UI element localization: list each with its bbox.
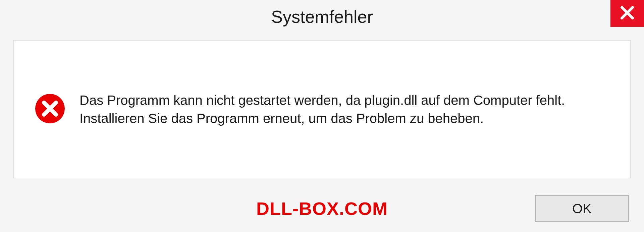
ok-button[interactable]: OK bbox=[535, 195, 629, 222]
error-icon bbox=[34, 93, 66, 126]
content-area: Das Programm kann nicht gestartet werden… bbox=[13, 40, 631, 178]
close-icon bbox=[619, 5, 635, 22]
close-button[interactable] bbox=[610, 0, 644, 27]
watermark-text: DLL-BOX.COM bbox=[256, 198, 388, 219]
error-dialog: Systemfehler Das Programm kann nicht ges… bbox=[0, 0, 644, 232]
dialog-title: Systemfehler bbox=[271, 7, 373, 27]
titlebar: Systemfehler bbox=[0, 0, 644, 34]
error-message: Das Programm kann nicht gestartet werden… bbox=[79, 91, 610, 127]
dialog-footer: DLL-BOX.COM OK bbox=[0, 185, 644, 232]
